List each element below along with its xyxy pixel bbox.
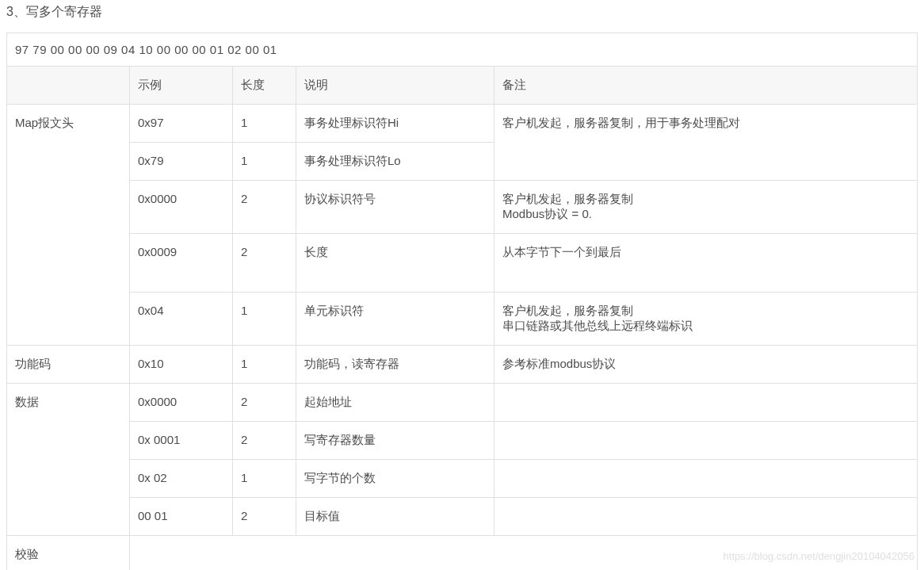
col-header-length: 长度 xyxy=(233,67,296,105)
cell-length: 1 xyxy=(233,460,296,498)
col-header-example: 示例 xyxy=(130,67,233,105)
cell-desc: 事务处理标识符Hi xyxy=(296,105,494,143)
table-header-row: 示例 长度 说明 备注 xyxy=(7,67,918,105)
cell-desc: 写寄存器数量 xyxy=(296,422,494,460)
cell-notes xyxy=(494,422,918,460)
cell-example: 00 01 xyxy=(130,498,233,536)
table-row: 0x041单元标识符客户机发起，服务器复制串口链路或其他总线上远程终端标识 xyxy=(7,293,918,346)
cell-notes: 客户机发起，服务器复制串口链路或其他总线上远程终端标识 xyxy=(494,293,918,346)
table-row: 校验 xyxy=(7,536,918,571)
protocol-table: 示例 长度 说明 备注 Map报文头0x971事务处理标识符Hi客户机发起，服务… xyxy=(6,66,918,570)
cell-notes: 客户机发起，服务器复制Modbus协议 = 0. xyxy=(494,181,918,234)
cell-section: Map报文头 xyxy=(7,105,130,346)
cell-example: 0x 02 xyxy=(130,460,233,498)
cell-desc: 目标值 xyxy=(296,498,494,536)
cell-length: 2 xyxy=(233,422,296,460)
cell-notes xyxy=(494,460,918,498)
cell-example: 0x0000 xyxy=(130,384,233,422)
table-row: 0x 00012写寄存器数量 xyxy=(7,422,918,460)
cell-notes xyxy=(494,498,918,536)
table-row: Map报文头0x971事务处理标识符Hi客户机发起，服务器复制，用于事务处理配对 xyxy=(7,105,918,143)
col-header-section xyxy=(7,67,130,105)
cell-example: 0x 0001 xyxy=(130,422,233,460)
cell-example: 0x97 xyxy=(130,105,233,143)
cell-desc: 单元标识符 xyxy=(296,293,494,346)
cell-example: 0x79 xyxy=(130,143,233,181)
table-row: 0x00092长度从本字节下一个到最后 xyxy=(7,234,918,293)
cell-desc: 长度 xyxy=(296,234,494,293)
cell-desc: 事务处理标识符Lo xyxy=(296,143,494,181)
cell-notes xyxy=(494,384,918,422)
section-heading: 3、写多个寄存器 xyxy=(0,0,924,33)
cell-desc: 协议标识符号 xyxy=(296,181,494,234)
table-body: Map报文头0x971事务处理标识符Hi客户机发起，服务器复制，用于事务处理配对… xyxy=(7,105,918,571)
cell-length: 2 xyxy=(233,181,296,234)
cell-notes: 客户机发起，服务器复制，用于事务处理配对 xyxy=(494,105,918,181)
cell-empty xyxy=(130,536,918,571)
cell-section: 校验 xyxy=(7,536,130,571)
table-row: 功能码0x101功能码，读寄存器参考标准modbus协议 xyxy=(7,346,918,384)
cell-example: 0x10 xyxy=(130,346,233,384)
cell-length: 1 xyxy=(233,105,296,143)
cell-notes: 从本字节下一个到最后 xyxy=(494,234,918,293)
cell-length: 1 xyxy=(233,143,296,181)
cell-length: 2 xyxy=(233,384,296,422)
cell-desc: 写字节的个数 xyxy=(296,460,494,498)
cell-desc: 起始地址 xyxy=(296,384,494,422)
cell-length: 2 xyxy=(233,234,296,293)
cell-example: 0x0009 xyxy=(130,234,233,293)
cell-section: 数据 xyxy=(7,384,130,536)
table-row: 0x00002协议标识符号客户机发起，服务器复制Modbus协议 = 0. xyxy=(7,181,918,234)
cell-section: 功能码 xyxy=(7,346,130,384)
cell-length: 1 xyxy=(233,346,296,384)
col-header-desc: 说明 xyxy=(296,67,494,105)
cell-length: 1 xyxy=(233,293,296,346)
col-header-notes: 备注 xyxy=(494,67,918,105)
cell-example: 0x0000 xyxy=(130,181,233,234)
cell-length: 2 xyxy=(233,498,296,536)
hex-string-box: 97 79 00 00 00 09 04 10 00 00 00 01 02 0… xyxy=(6,33,918,66)
cell-notes: 参考标准modbus协议 xyxy=(494,346,918,384)
table-row: 00 012目标值 xyxy=(7,498,918,536)
cell-desc: 功能码，读寄存器 xyxy=(296,346,494,384)
cell-example: 0x04 xyxy=(130,293,233,346)
table-row: 数据0x00002起始地址 xyxy=(7,384,918,422)
table-row: 0x 021写字节的个数 xyxy=(7,460,918,498)
